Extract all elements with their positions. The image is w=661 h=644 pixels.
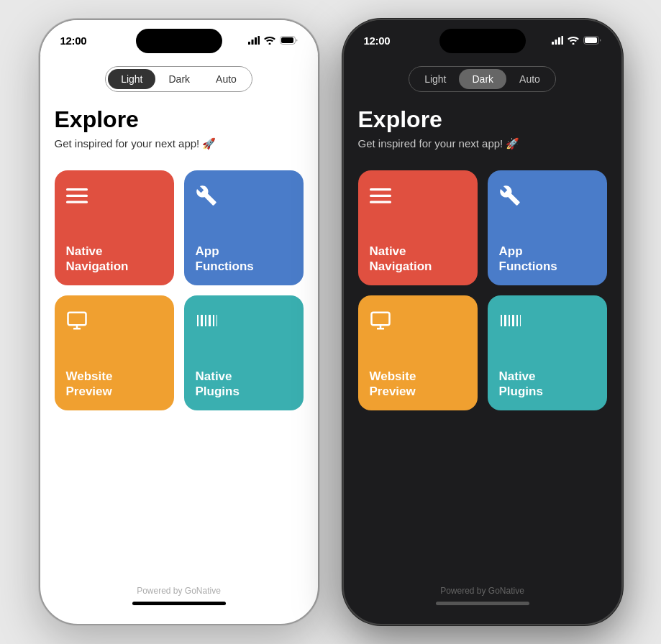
svg-rect-6: [281, 37, 293, 43]
svg-rect-34: [504, 315, 506, 326]
segment-btn-auto[interactable]: Auto: [506, 69, 553, 89]
svg-rect-1: [251, 40, 253, 45]
tile-label: Website Preview: [66, 369, 113, 400]
svg-rect-3: [257, 36, 260, 45]
tile-app-functions[interactable]: App Functions: [184, 170, 304, 285]
svg-rect-10: [68, 313, 86, 326]
monitor-icon: [370, 310, 391, 336]
tile-label: Website Preview: [370, 369, 416, 400]
barcode-icon: [196, 310, 217, 336]
svg-rect-13: [197, 315, 199, 326]
svg-point-24: [572, 43, 574, 45]
status-time: 12:00: [60, 34, 87, 47]
tile-website-preview[interactable]: Website Preview: [55, 295, 174, 410]
svg-rect-21: [555, 40, 557, 45]
monitor-icon: [66, 310, 88, 336]
phone-footer: Powered by GoNative: [40, 574, 318, 624]
status-icons: [248, 36, 298, 45]
svg-rect-18: [216, 315, 217, 326]
svg-rect-2: [255, 37, 257, 45]
screen-content: ExploreGet inspired for your next app! 🚀…: [344, 106, 621, 574]
dark-phone-frame: 12:00 LightDarkAutoExploreGet inspired f…: [342, 19, 623, 625]
svg-rect-16: [209, 315, 211, 326]
svg-rect-20: [552, 42, 554, 45]
dynamic-island: [439, 29, 526, 53]
tile-native-nav[interactable]: Native Navigation: [358, 170, 478, 285]
segment-btn-dark[interactable]: Dark: [459, 69, 506, 89]
wrench-icon: [499, 185, 521, 211]
explore-title: Explore: [358, 106, 607, 133]
screen-content: ExploreGet inspired for your next app! 🚀…: [40, 106, 318, 574]
svg-rect-23: [561, 36, 563, 45]
svg-rect-33: [501, 315, 502, 326]
home-indicator: [132, 602, 226, 605]
tile-native-plugins[interactable]: Native Plugins: [184, 295, 304, 410]
svg-rect-0: [248, 42, 250, 45]
tile-label: Native Navigation: [66, 244, 129, 275]
svg-rect-27: [370, 188, 391, 190]
footer-text: Powered by GoNative: [52, 586, 306, 596]
svg-rect-22: [558, 37, 560, 45]
svg-rect-14: [201, 315, 203, 326]
svg-rect-17: [213, 315, 214, 326]
svg-rect-38: [520, 315, 521, 326]
footer-text: Powered by GoNative: [355, 586, 610, 596]
svg-rect-15: [205, 315, 206, 326]
app-grid: Native NavigationApp FunctionsWebsite Pr…: [55, 170, 304, 410]
status-icons: [552, 36, 601, 45]
svg-rect-30: [371, 313, 389, 326]
svg-rect-7: [66, 188, 88, 190]
segment-container: LightDarkAuto: [344, 55, 621, 106]
tile-native-plugins[interactable]: Native Plugins: [488, 295, 607, 410]
tile-app-functions[interactable]: App Functions: [488, 170, 607, 285]
tile-label: Native Plugins: [499, 369, 543, 400]
tile-native-nav[interactable]: Native Navigation: [55, 170, 174, 285]
segment-container: LightDarkAuto: [40, 55, 318, 106]
menu-icon: [370, 185, 391, 211]
segment-control: LightDarkAuto: [105, 66, 252, 92]
menu-icon: [66, 185, 88, 211]
explore-subtitle: Get inspired for your next app! 🚀: [358, 137, 607, 150]
svg-point-4: [268, 43, 270, 45]
explore-title: Explore: [55, 106, 304, 133]
tile-label: App Functions: [196, 244, 254, 275]
light-phone-frame: 12:00 LightDarkAutoExploreGet inspired f…: [39, 19, 319, 625]
tile-website-preview[interactable]: Website Preview: [358, 295, 478, 410]
segment-control: LightDarkAuto: [409, 66, 556, 92]
dynamic-island: [136, 29, 222, 53]
explore-subtitle: Get inspired for your next app! 🚀: [55, 137, 304, 150]
tile-label: Native Navigation: [370, 244, 432, 275]
svg-rect-29: [370, 201, 391, 203]
segment-btn-light[interactable]: Light: [108, 69, 155, 89]
phone-body: LightDarkAutoExploreGet inspired for you…: [344, 55, 621, 624]
segment-btn-auto[interactable]: Auto: [203, 69, 250, 89]
tile-label: App Functions: [499, 244, 557, 275]
svg-rect-28: [370, 195, 391, 197]
home-indicator: [436, 602, 529, 605]
tile-label: Native Plugins: [196, 369, 240, 400]
barcode-icon: [499, 310, 521, 336]
app-grid: Native NavigationApp FunctionsWebsite Pr…: [358, 170, 607, 410]
svg-rect-8: [66, 195, 88, 197]
segment-btn-light[interactable]: Light: [411, 69, 459, 89]
status-time: 12:00: [364, 34, 391, 47]
wrench-icon: [196, 185, 217, 211]
svg-rect-35: [509, 315, 510, 326]
phone-footer: Powered by GoNative: [344, 574, 621, 624]
segment-btn-dark[interactable]: Dark: [155, 69, 203, 89]
svg-rect-26: [585, 37, 597, 43]
svg-rect-37: [516, 315, 518, 326]
svg-rect-36: [512, 315, 514, 326]
phone-body: LightDarkAutoExploreGet inspired for you…: [40, 55, 318, 624]
svg-rect-9: [66, 201, 88, 203]
